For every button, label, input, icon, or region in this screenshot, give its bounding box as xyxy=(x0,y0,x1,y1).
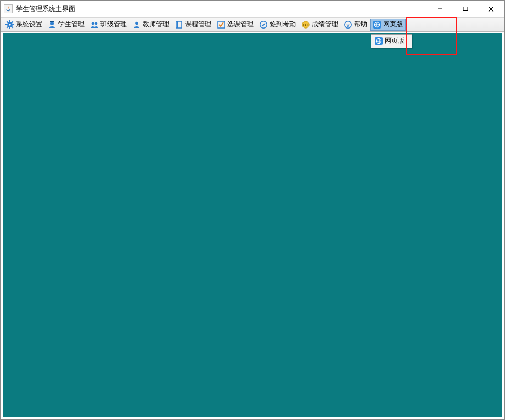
menubar: 系统设置 学生管理 班级管理 教师管理 课程管理 xyxy=(1,17,504,32)
svg-rect-1 xyxy=(463,7,468,11)
menu-grade-management[interactable]: B+ 成绩管理 xyxy=(299,19,341,31)
svg-line-11 xyxy=(12,26,13,27)
dropdown-item-web[interactable]: 网页版 xyxy=(372,36,411,47)
menu-label: 成绩管理 xyxy=(312,20,338,29)
menu-label: 签到考勤 xyxy=(270,20,296,29)
menu-label: 学生管理 xyxy=(58,20,85,29)
menu-system-settings[interactable]: 系统设置 xyxy=(3,19,45,31)
maximize-button[interactable] xyxy=(453,1,478,17)
minimize-button[interactable] xyxy=(428,1,453,17)
svg-line-12 xyxy=(7,26,8,27)
menu-label: 网页版 xyxy=(383,20,403,29)
help-icon: ? xyxy=(344,20,352,29)
menu-course-management[interactable]: 课程管理 xyxy=(172,19,214,31)
grade-icon: B+ xyxy=(301,20,310,29)
menu-web-version[interactable]: 网页版 网页版 xyxy=(370,19,406,31)
group-icon xyxy=(90,20,99,29)
close-button[interactable] xyxy=(478,1,503,17)
menu-label: 选课管理 xyxy=(227,20,254,29)
svg-text:B+: B+ xyxy=(303,22,309,27)
window-buttons xyxy=(428,1,503,17)
svg-point-16 xyxy=(92,22,94,25)
menu-student-management[interactable]: 学生管理 xyxy=(45,19,87,31)
menu-label: 教师管理 xyxy=(143,20,169,29)
menu-label: 课程管理 xyxy=(185,20,211,29)
content-area xyxy=(3,33,502,417)
menu-class-management[interactable]: 班级管理 xyxy=(87,19,130,31)
book-icon xyxy=(175,20,183,29)
web-dropdown: 网页版 xyxy=(371,34,412,48)
gear-icon xyxy=(5,20,14,29)
svg-point-17 xyxy=(95,22,98,25)
web-icon xyxy=(374,37,383,46)
dropdown-item-label: 网页版 xyxy=(385,36,405,46)
svg-rect-15 xyxy=(50,21,54,22)
svg-point-18 xyxy=(135,21,138,25)
web-icon xyxy=(373,20,381,29)
window-title: 学生管理系统主界面 xyxy=(16,4,75,14)
svg-line-10 xyxy=(7,21,8,22)
menu-elective-management[interactable]: 选课管理 xyxy=(214,19,256,31)
teacher-icon xyxy=(132,20,141,29)
menu-teacher-management[interactable]: 教师管理 xyxy=(130,19,172,31)
menu-help[interactable]: ? 帮助 xyxy=(341,19,370,31)
menu-label: 班级管理 xyxy=(100,20,127,29)
svg-point-5 xyxy=(9,24,11,26)
svg-line-13 xyxy=(12,21,13,22)
svg-rect-21 xyxy=(218,21,225,28)
student-icon xyxy=(48,20,57,29)
titlebar: 学生管理系统主界面 xyxy=(1,1,504,17)
select-icon xyxy=(217,20,226,29)
menu-label: 系统设置 xyxy=(16,20,42,29)
menu-label: 帮助 xyxy=(354,20,367,29)
content-panel xyxy=(2,32,503,418)
svg-text:?: ? xyxy=(346,22,350,27)
menu-attendance[interactable]: 签到考勤 xyxy=(256,19,299,31)
java-icon xyxy=(4,4,13,13)
window-frame: 学生管理系统主界面 系统设置 学生管理 xyxy=(0,0,505,420)
check-icon xyxy=(259,20,268,29)
svg-rect-19 xyxy=(176,21,182,28)
